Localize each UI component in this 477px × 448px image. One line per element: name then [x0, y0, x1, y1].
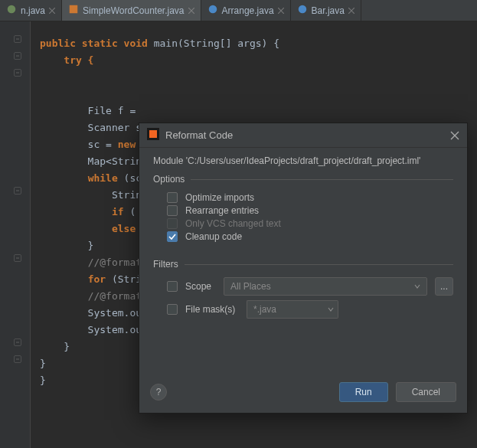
scope-value: All Places — [230, 281, 271, 292]
close-icon[interactable] — [348, 5, 354, 16]
svg-point-0 — [8, 5, 16, 14]
dialog-header: Reformat Code — [139, 123, 467, 148]
svg-rect-5 — [149, 130, 157, 138]
java-file-icon — [6, 4, 17, 17]
java-file-icon — [68, 4, 79, 17]
run-button[interactable]: Run — [339, 382, 388, 402]
svg-point-2 — [208, 5, 217, 14]
checkbox-label: Cleanup code — [185, 231, 242, 242]
scope-select[interactable]: All Places — [224, 277, 427, 296]
file-mask-label: File mask(s) — [185, 304, 239, 315]
module-path: Module 'C:/Users/user/IdeaProjects/draft… — [153, 155, 453, 166]
tab-label: Arrange.java — [222, 5, 274, 16]
close-icon[interactable] — [450, 131, 459, 140]
chevron-down-icon[interactable] — [323, 300, 338, 319]
close-icon[interactable] — [49, 5, 55, 16]
scope-label: Scope — [185, 281, 216, 292]
rearrange-entries-row[interactable]: Rearrange entries — [167, 205, 453, 216]
tab-2[interactable]: Arrange.java — [201, 0, 291, 21]
file-mask-combo[interactable]: *.java — [247, 300, 338, 319]
checkbox-label: Rearrange entries — [185, 205, 259, 216]
optimize-imports-row[interactable]: Optimize imports — [167, 192, 453, 203]
gutter — [0, 21, 31, 448]
close-icon[interactable] — [188, 5, 194, 16]
java-class-icon — [297, 4, 308, 17]
file-mask-row: File mask(s) *.java — [167, 300, 453, 319]
tab-label: SimpleWordCounter.java — [83, 5, 185, 16]
checkbox-unchecked[interactable] — [167, 192, 178, 203]
cleanup-code-row[interactable]: Cleanup code — [167, 231, 453, 242]
chevron-down-icon — [414, 281, 420, 292]
scope-browse-button[interactable]: ... — [435, 277, 453, 296]
scope-row: Scope All Places ... — [167, 277, 453, 296]
options-section-label: Options — [153, 174, 453, 185]
svg-point-3 — [298, 5, 306, 14]
dialog-title: Reformat Code — [165, 129, 444, 141]
checkbox-label: Optimize imports — [185, 192, 254, 203]
checkbox-unchecked[interactable] — [167, 281, 178, 292]
file-mask-input: *.java — [247, 300, 323, 319]
help-button[interactable]: ? — [150, 384, 167, 401]
app-icon — [147, 128, 159, 142]
tab-label: Bar.java — [312, 5, 345, 16]
tab-3[interactable]: Bar.java — [291, 0, 361, 21]
java-class-icon — [207, 4, 218, 17]
filters-section-label: Filters — [153, 259, 453, 270]
checkbox-checked[interactable] — [167, 231, 178, 242]
dialog-footer: ? Run Cancel — [139, 374, 467, 413]
editor-area: public static void main(String[] args) {… — [0, 21, 477, 448]
tab-bar: n.java SimpleWordCounter.java Arrange.ja… — [0, 0, 477, 21]
tab-1[interactable]: SimpleWordCounter.java — [62, 0, 201, 21]
cancel-button[interactable]: Cancel — [396, 382, 456, 402]
tab-0[interactable]: n.java — [0, 0, 62, 21]
close-icon[interactable] — [278, 5, 284, 16]
checkbox-unchecked[interactable] — [167, 304, 178, 315]
tab-label: n.java — [21, 5, 45, 16]
reformat-code-dialog: Reformat Code Module 'C:/Users/user/Idea… — [139, 123, 468, 414]
dialog-body: Module 'C:/Users/user/IdeaProjects/draft… — [139, 148, 467, 374]
checkbox-unchecked[interactable] — [167, 205, 178, 216]
svg-rect-1 — [70, 5, 78, 14]
vcs-changed-row: Only VCS changed text — [167, 218, 453, 229]
checkbox-disabled — [167, 218, 178, 229]
checkbox-label: Only VCS changed text — [185, 218, 281, 229]
